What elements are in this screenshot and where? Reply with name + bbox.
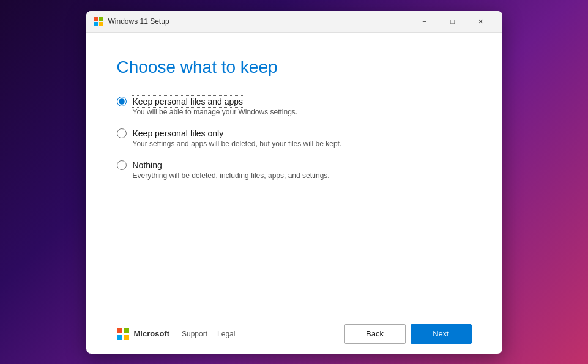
footer-buttons: Back Next [344, 324, 472, 344]
option-nothing-desc: Everything will be deleted, including fi… [133, 171, 472, 180]
maximize-button[interactable]: □ [439, 11, 467, 33]
option-keep-files-label[interactable]: Keep personal files only [133, 128, 224, 138]
legal-link[interactable]: Legal [217, 330, 235, 338]
option-keep-all-desc: You will be able to manage your Windows … [133, 108, 472, 116]
window-icon [94, 17, 103, 26]
minimize-button[interactable]: − [411, 11, 439, 33]
options-list: Keep personal files and apps You will be… [117, 97, 472, 180]
option-nothing-label[interactable]: Nothing [133, 160, 162, 170]
next-button[interactable]: Next [411, 324, 472, 344]
radio-nothing[interactable] [117, 160, 127, 170]
main-content: Choose what to keep Keep personal files … [86, 33, 502, 314]
back-button[interactable]: Back [344, 324, 406, 344]
microsoft-logo [117, 328, 129, 340]
option-keep-files: Keep personal files only Your settings a… [117, 128, 472, 148]
option-keep-all-label[interactable]: Keep personal files and apps [133, 97, 244, 106]
page-title: Choose what to keep [117, 58, 472, 77]
radio-keep-all[interactable] [117, 97, 127, 106]
microsoft-brand: Microsoft [134, 329, 170, 338]
setup-window: Windows 11 Setup − □ ✕ Choose what to ke… [86, 11, 502, 354]
window-controls: − □ ✕ [411, 11, 495, 33]
option-nothing: Nothing Everything will be deleted, incl… [117, 160, 472, 180]
support-link[interactable]: Support [182, 330, 207, 338]
close-button[interactable]: ✕ [467, 11, 495, 33]
title-bar: Windows 11 Setup − □ ✕ [86, 11, 502, 33]
radio-keep-files[interactable] [117, 128, 127, 138]
option-keep-all: Keep personal files and apps You will be… [117, 97, 472, 116]
option-keep-files-desc: Your settings and apps will be deleted, … [133, 139, 472, 148]
footer: Microsoft Support Legal Back Next [86, 314, 502, 354]
window-title: Windows 11 Setup [108, 17, 411, 26]
